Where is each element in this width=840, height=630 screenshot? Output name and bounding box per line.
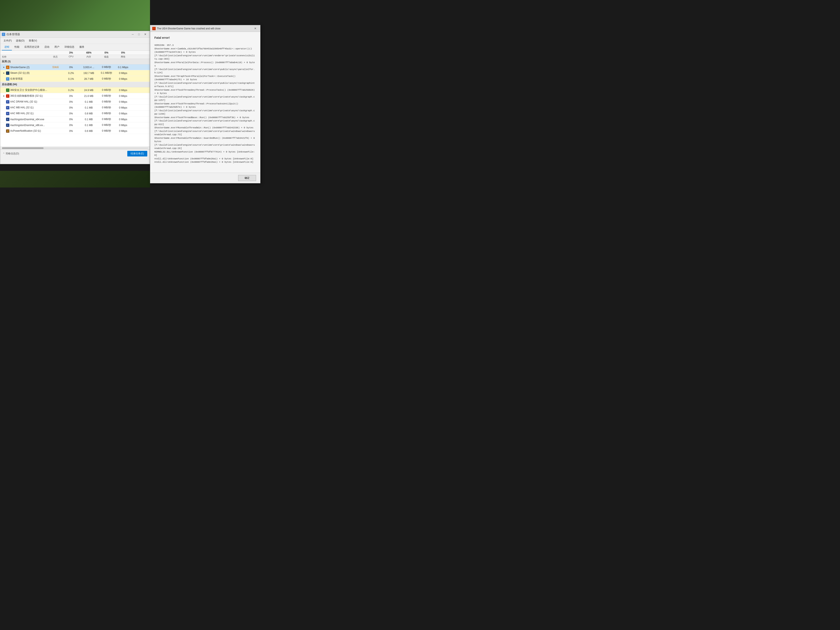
crash-close-button[interactable]: ✕ bbox=[252, 26, 258, 31]
process-mem-aak-x64: 0.1 MB bbox=[79, 118, 98, 121]
horizontal-scrollbar[interactable] bbox=[0, 147, 150, 149]
process-status-shootergame: 无响应 bbox=[48, 66, 63, 69]
expand-placeholder bbox=[3, 124, 5, 126]
process-icon-aak-x86: A bbox=[6, 123, 9, 127]
table-row[interactable]: ⚡ AcPowerNotification (32 位) 0% 0.6 MB 0… bbox=[0, 128, 150, 134]
process-icon-360defense: 3 bbox=[6, 95, 9, 98]
end-task-button[interactable]: 结束任务(E) bbox=[127, 151, 147, 156]
process-net-aac-mb2: 0 Mbps bbox=[115, 112, 131, 115]
section-background: 后台进程 (94) bbox=[0, 82, 150, 87]
expand-placeholder bbox=[3, 130, 5, 132]
process-name-shootergame: G ShooterGame (2) bbox=[0, 66, 48, 69]
tab-performance[interactable]: 性能 bbox=[12, 44, 22, 51]
crash-icon: ! bbox=[152, 27, 156, 30]
process-disk-steam: 0.1 MB/秒 bbox=[98, 71, 115, 75]
status-summary[interactable]: ⌃ 简略信息(D) bbox=[3, 152, 19, 155]
table-row[interactable]: T 任务管理器 0.1% 28.7 MB 0 MB/秒 0 Mbps bbox=[0, 76, 150, 82]
menu-view[interactable]: 查看(V) bbox=[27, 38, 39, 43]
tab-startup[interactable]: 启动 bbox=[42, 44, 52, 51]
menu-file[interactable]: 文件(F) bbox=[2, 38, 13, 43]
menu-options[interactable]: 选项(O) bbox=[14, 38, 26, 43]
process-icon-360security: 🛡 bbox=[6, 88, 9, 92]
process-disk-taskmgr: 0 MB/秒 bbox=[98, 77, 115, 81]
process-cpu-aak-x64: 0% bbox=[63, 118, 79, 121]
table-row[interactable]: 3 360主动防御服务模块 (32 位) 0% 21.6 MB 0 MB/秒 0… bbox=[0, 93, 150, 99]
process-disk-aak-x64: 0 MB/秒 bbox=[98, 117, 115, 121]
process-cpu-360sec: 0.2% bbox=[63, 89, 79, 92]
expand-icon[interactable] bbox=[3, 66, 5, 68]
process-name-360security: 🛡 360安全卫士 安全防护中心模块... bbox=[0, 88, 48, 92]
table-row[interactable]: G ShooterGame (2) 无响应 0% 3,933.4 ... 0 M… bbox=[0, 65, 150, 70]
table-row[interactable]: A AacKingstonDramHal_x86.ex... 0% 0.1 MB… bbox=[0, 122, 150, 128]
process-icon-aac-mb2: A bbox=[6, 112, 9, 115]
process-disk-360sec: 0 MB/秒 bbox=[98, 88, 115, 92]
process-mem-aac-mb1: 0.1 MB bbox=[79, 106, 98, 109]
process-name-aac-dram: A AAC DRAM HAL (32 位) bbox=[0, 100, 48, 104]
crash-content[interactable]: Fatal error! VERSION: 357.3 ShooterGame.… bbox=[150, 32, 260, 173]
maximize-button[interactable]: □ bbox=[136, 32, 142, 37]
tab-services[interactable]: 服务 bbox=[77, 44, 87, 51]
col-label-name[interactable]: 名称 bbox=[0, 55, 48, 58]
col-label-memory[interactable]: 内存 bbox=[79, 55, 98, 58]
window-controls: ─ □ ✕ bbox=[130, 32, 148, 37]
table-row[interactable]: A AAC DRAM HAL (32 位) 0% 0.1 MB 0 MB/秒 0… bbox=[0, 99, 150, 105]
game-background bbox=[0, 0, 150, 33]
table-row[interactable]: A AAC MB HAL (32 位) 0% 0.1 MB 0 MB/秒 0 M… bbox=[0, 105, 150, 111]
expand-icon bbox=[3, 78, 5, 80]
process-disk-aac-mb1: 0 MB/秒 bbox=[98, 106, 115, 109]
tab-bar: 进程 性能 应用历史记录 启动 用户 详细信息 服务 bbox=[0, 44, 150, 51]
process-mem-steam: 192.7 MB bbox=[79, 72, 98, 74]
process-mem-aac-mb2: 0.8 MB bbox=[79, 112, 98, 115]
process-mem-shootergame: 3,933.4 ... bbox=[79, 66, 98, 69]
process-disk-acpower: 0 MB/秒 bbox=[98, 129, 115, 133]
process-icon-aac-mb1: A bbox=[6, 106, 9, 109]
process-mem-360def: 21.6 MB bbox=[79, 95, 98, 98]
scrollbar-thumb[interactable] bbox=[2, 147, 44, 149]
process-mem-acpower: 0.6 MB bbox=[79, 129, 98, 133]
col-label-network[interactable]: 网络 bbox=[115, 55, 131, 58]
col-label-cpu[interactable]: CPU bbox=[63, 55, 79, 58]
process-net-aak-x86: 0 Mbps bbox=[115, 124, 131, 127]
close-button[interactable]: ✕ bbox=[142, 32, 148, 37]
expand-icon[interactable] bbox=[3, 95, 5, 97]
task-manager-icon: T bbox=[2, 33, 5, 36]
process-cpu-aak-x86: 0% bbox=[63, 124, 79, 127]
process-icon-shootergame: G bbox=[6, 66, 9, 69]
process-icon-taskmgr: T bbox=[6, 77, 9, 81]
col-label-status[interactable]: 状态 bbox=[48, 55, 63, 58]
crash-titlebar: ! The UE4-ShooterGame Game has crashed a… bbox=[150, 25, 260, 32]
tab-users[interactable]: 用户 bbox=[52, 44, 62, 51]
expand-icon[interactable] bbox=[3, 72, 5, 74]
tab-details[interactable]: 详细信息 bbox=[62, 44, 77, 51]
expand-placeholder bbox=[3, 112, 5, 115]
table-row[interactable]: 🛡 360安全卫士 安全防护中心模块... 0.2% 24.9 MB 0 MB/… bbox=[0, 87, 150, 93]
table-row[interactable]: A AacKingstonDramHal_x64.exe 0% 0.1 MB 0… bbox=[0, 117, 150, 122]
process-net-acpower: 0 Mbps bbox=[115, 129, 131, 133]
column-labels: 名称 状态 CPU 内存 磁盘 网络 bbox=[0, 55, 150, 59]
summary-text[interactable]: 简略信息(D) bbox=[6, 152, 19, 155]
tab-process[interactable]: 进程 bbox=[2, 44, 12, 51]
menu-bar: 文件(F) 选项(O) 查看(V) bbox=[0, 38, 150, 44]
network-percent: 0% bbox=[115, 51, 131, 54]
process-name-360defense: 3 360主动防御服务模块 (32 位) bbox=[0, 94, 48, 98]
tab-history[interactable]: 应用历史记录 bbox=[22, 44, 42, 51]
task-manager-window: T 任务管理器 ─ □ ✕ 文件(F) 选项(O) 查看(V) 进程 性能 应用… bbox=[0, 31, 150, 164]
disk-percent: 0% bbox=[98, 51, 115, 54]
col-label-disk[interactable]: 磁盘 bbox=[98, 55, 115, 58]
process-name-aak-x64: A AacKingstonDramHal_x64.exe bbox=[0, 118, 48, 121]
process-list[interactable]: 应用 (3) G ShooterGame (2) 无响应 0% 3,933.4 … bbox=[0, 59, 150, 147]
process-net-steam: 0 Mbps bbox=[115, 72, 131, 74]
process-name-aak-x86: A AacKingstonDramHal_x86.ex... bbox=[0, 123, 48, 127]
process-disk-360def: 0 MB/秒 bbox=[98, 94, 115, 98]
crash-dialog: ! The UE4-ShooterGame Game has crashed a… bbox=[150, 25, 261, 183]
process-cpu-shootergame: 0% bbox=[63, 66, 79, 69]
process-net-360def: 0 Mbps bbox=[115, 95, 131, 98]
process-icon-aak-x64: A bbox=[6, 118, 9, 121]
process-mem-360sec: 24.9 MB bbox=[79, 89, 98, 92]
table-row[interactable]: A AAC MB HAL (32 位) 0% 0.8 MB 0 MB/秒 0 M… bbox=[0, 111, 150, 117]
minimize-button[interactable]: ─ bbox=[130, 32, 136, 37]
expand-placeholder bbox=[3, 101, 5, 103]
crash-ok-button[interactable]: 确定 bbox=[238, 175, 256, 181]
table-row[interactable]: S Steam (32 位) (8) 0.2% 192.7 MB 0.1 MB/… bbox=[0, 70, 150, 76]
crash-stack-trace: VERSION: 357.3 ShooterGame.exe!<lambda_c… bbox=[155, 44, 256, 164]
